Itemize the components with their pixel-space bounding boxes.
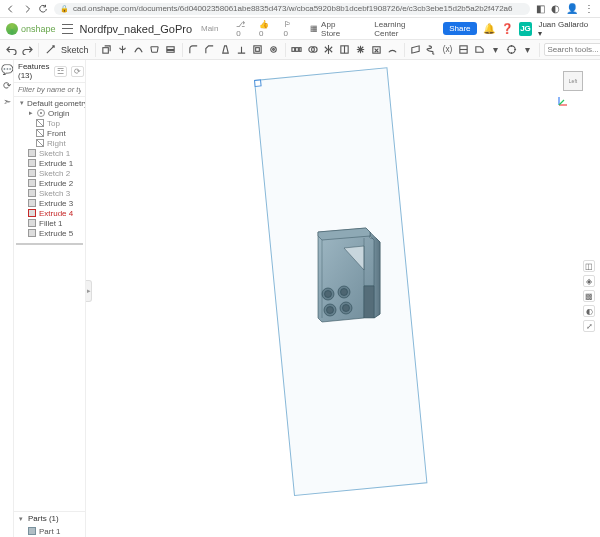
- chevron-down-icon[interactable]: ▾: [18, 515, 24, 523]
- tree-item-extrude4[interactable]: Extrude 4: [14, 208, 85, 218]
- document-title[interactable]: Nordfpv_naked_GoPro: [79, 23, 192, 35]
- delete-face-button[interactable]: [370, 43, 384, 57]
- split-button[interactable]: [338, 43, 352, 57]
- chamfer-button[interactable]: [203, 43, 217, 57]
- tree-item-top-plane[interactable]: Top: [14, 118, 85, 128]
- tree-default-geometry[interactable]: ▾ Default geometry: [14, 98, 85, 108]
- profile-icon[interactable]: 👤: [566, 3, 578, 14]
- hole-button[interactable]: [267, 43, 281, 57]
- view-cube-face[interactable]: Left: [563, 71, 583, 91]
- model-viewport[interactable]: ▸: [86, 60, 600, 537]
- zoom-fit-button[interactable]: ⤢: [583, 320, 595, 332]
- shell-button[interactable]: [251, 43, 265, 57]
- browser-url-bar[interactable]: 🔒 cad.onshape.com/documents/6d0400235806…: [54, 3, 530, 15]
- tree-item-front-plane[interactable]: Front: [14, 128, 85, 138]
- section-view-button[interactable]: [457, 43, 471, 57]
- stat-like[interactable]: 👍 0: [259, 20, 276, 38]
- stat-comment[interactable]: 🏳 0: [284, 20, 299, 38]
- custom-features-button[interactable]: ▾: [521, 43, 535, 57]
- undo-button[interactable]: [4, 43, 18, 57]
- variable-button[interactable]: (x): [441, 43, 455, 57]
- comments-tab-icon[interactable]: 💬: [2, 64, 12, 74]
- redo-button[interactable]: [20, 43, 34, 57]
- frame-button[interactable]: ▾: [489, 43, 503, 57]
- extrude-icon: [28, 229, 36, 237]
- notifications-icon[interactable]: 🔔: [483, 23, 495, 34]
- pattern-linear-button[interactable]: [290, 43, 304, 57]
- parts-header[interactable]: Parts (1): [28, 514, 59, 523]
- sheet-metal-button[interactable]: [473, 43, 487, 57]
- document-stats: ⎇ 0 👍 0 🏳 0: [236, 20, 298, 38]
- section-view-toggle[interactable]: ◐: [583, 305, 595, 317]
- browser-back-button[interactable]: [6, 4, 16, 14]
- iso-view-button[interactable]: ◈: [583, 275, 595, 287]
- revolve-button[interactable]: [116, 43, 130, 57]
- app-header: onshape Nordfpv_naked_GoPro Main ⎇ 0 👍 0…: [0, 18, 600, 40]
- configure-button[interactable]: [505, 43, 519, 57]
- part-model[interactable]: [314, 226, 388, 326]
- helix-button[interactable]: [425, 43, 439, 57]
- share-button[interactable]: Share: [443, 22, 476, 35]
- incognito-icon: ◐: [551, 3, 560, 14]
- tree-item-extrude3[interactable]: Extrude 3: [14, 198, 85, 208]
- tree-item-origin[interactable]: ▸ Origin: [14, 108, 85, 118]
- sweep-button[interactable]: [132, 43, 146, 57]
- tool-search-input[interactable]: [544, 43, 600, 56]
- mirror-button[interactable]: [322, 43, 336, 57]
- tree-item-fillet1[interactable]: Fillet 1: [14, 218, 85, 228]
- front-view-button[interactable]: ◫: [583, 260, 595, 272]
- fillet-button[interactable]: [187, 43, 201, 57]
- svg-rect-1: [167, 47, 174, 50]
- view-cube[interactable]: Left: [558, 66, 590, 98]
- transform-button[interactable]: [354, 43, 368, 57]
- help-icon[interactable]: ❓: [501, 23, 513, 34]
- svg-rect-9: [299, 48, 301, 52]
- loft-button[interactable]: [148, 43, 162, 57]
- tree-item-right-plane[interactable]: Right: [14, 138, 85, 148]
- thicken-button[interactable]: [164, 43, 178, 57]
- svg-point-16: [508, 46, 515, 53]
- versions-tab-icon[interactable]: ➣: [2, 96, 12, 106]
- draft-button[interactable]: [219, 43, 233, 57]
- feature-refresh-button[interactable]: ⟳: [71, 66, 84, 77]
- tree-item-sketch3[interactable]: Sketch 3: [14, 188, 85, 198]
- browser-forward-button[interactable]: [22, 4, 32, 14]
- document-branch[interactable]: Main: [201, 24, 218, 33]
- shaded-view-button[interactable]: ▩: [583, 290, 595, 302]
- tree-item-extrude5[interactable]: Extrude 5: [14, 228, 85, 238]
- extension-icon[interactable]: ◧: [536, 3, 545, 14]
- onshape-logo[interactable]: onshape: [6, 23, 56, 35]
- tree-item-sketch1[interactable]: Sketch 1: [14, 148, 85, 158]
- feature-list-view-button[interactable]: ☲: [54, 66, 67, 77]
- learning-center-link[interactable]: Learning Center: [368, 18, 437, 40]
- tree-item-extrude1[interactable]: Extrude 1: [14, 158, 85, 168]
- fillet-icon: [28, 219, 36, 227]
- browser-url: cad.onshape.com/documents/6d04002358061a…: [73, 4, 524, 13]
- user-name[interactable]: Juan Gallardo ▾: [538, 20, 594, 38]
- browser-reload-button[interactable]: [38, 4, 48, 14]
- sketch-button[interactable]: Sketch: [59, 45, 91, 55]
- history-tab-icon[interactable]: ⟳: [2, 80, 12, 90]
- browser-menu-icon[interactable]: ⋮: [584, 3, 594, 14]
- extrude-button[interactable]: [100, 43, 114, 57]
- plane-button[interactable]: [409, 43, 423, 57]
- part-item[interactable]: Part 1: [14, 526, 85, 536]
- feature-filter-input[interactable]: [18, 85, 81, 94]
- tree-item-extrude2[interactable]: Extrude 2: [14, 178, 85, 188]
- part-icon: [28, 527, 36, 535]
- features-header[interactable]: Features (13): [18, 62, 50, 80]
- svg-rect-7: [292, 48, 295, 52]
- tree-item-sketch2[interactable]: Sketch 2: [14, 168, 85, 178]
- extrude-icon: [28, 179, 36, 187]
- app-store-link[interactable]: ▦App Store: [304, 18, 362, 40]
- rib-button[interactable]: [235, 43, 249, 57]
- feature-toolbar: Sketch (x) ▾ ▾ ⌥ C: [0, 40, 600, 60]
- main-menu-button[interactable]: [62, 24, 74, 34]
- boolean-button[interactable]: [306, 43, 320, 57]
- stat-branch[interactable]: ⎇ 0: [236, 20, 251, 38]
- user-avatar[interactable]: JG: [519, 22, 533, 36]
- appstore-icon: ▦: [310, 24, 318, 33]
- sidebar-expand-tab[interactable]: ▸: [86, 280, 92, 302]
- modify-fillet-button[interactable]: [386, 43, 400, 57]
- svg-point-24: [343, 305, 350, 312]
